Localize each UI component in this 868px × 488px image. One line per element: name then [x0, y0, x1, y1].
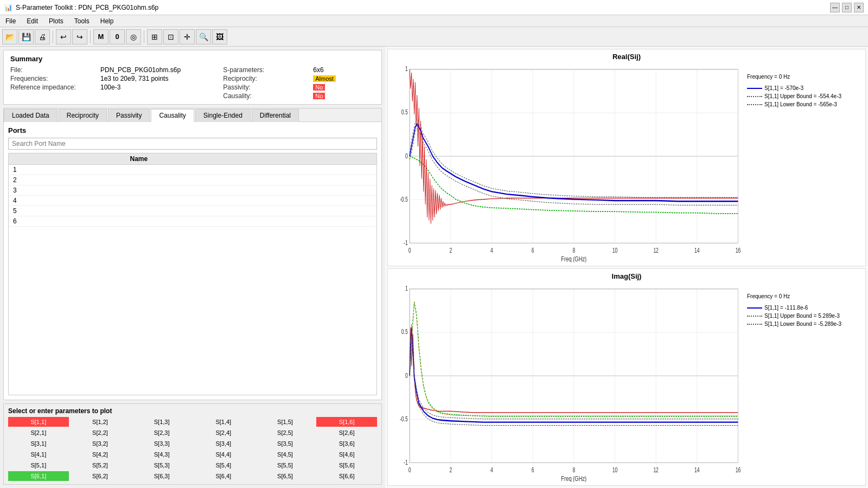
param-cell[interactable]: S[2,1] — [8, 428, 69, 438]
menu-edit[interactable]: Edit — [21, 16, 43, 26]
param-cell[interactable]: S[6,1] — [8, 471, 69, 481]
port-num: 3 — [9, 185, 126, 196]
port-num: 2 — [9, 175, 126, 185]
close-button[interactable]: ✕ — [854, 3, 864, 12]
param-cell[interactable]: S[1,5] — [255, 417, 316, 427]
param-cell[interactable]: S[1,6] — [316, 417, 377, 427]
print-button[interactable]: 🖨 — [35, 29, 50, 44]
param-cell[interactable]: S[3,5] — [255, 439, 316, 448]
param-cell[interactable]: S[2,5] — [255, 428, 316, 438]
table-row[interactable]: 2 — [9, 175, 376, 185]
param-cell[interactable]: S[1,2] — [70, 417, 131, 427]
menu-plots[interactable]: Plots — [43, 16, 69, 26]
param-cell[interactable]: S[2,4] — [193, 428, 254, 438]
svg-text:-0.5: -0.5 — [400, 196, 408, 203]
param-cell[interactable]: S[3,4] — [193, 439, 254, 448]
param-cell[interactable]: S[4,4] — [193, 450, 254, 459]
param-cell[interactable]: S[4,1] — [8, 450, 69, 459]
col-num-header — [9, 153, 126, 165]
param-cell[interactable]: S[1,3] — [131, 417, 192, 427]
toolbar: 📂 💾 🖨 ↩ ↪ M 0 ◎ ⊞ ⊡ ✛ 🔍 🖼 — [0, 27, 868, 47]
menu-file[interactable]: File — [0, 16, 21, 26]
param-cell[interactable]: S[2,6] — [316, 428, 377, 438]
param-cell[interactable]: S[2,3] — [131, 428, 192, 438]
tab-passivity[interactable]: Passivity — [108, 109, 150, 122]
tab-reciprocity[interactable]: Reciprocity — [59, 109, 107, 122]
real-legend-1: S[1,1] = -570e-3 — [747, 85, 860, 91]
imag-chart-svg-wrap: 1 0.5 0 -0.5 -1 0 2 4 6 8 10 12 14 — [391, 282, 743, 482]
maximize-button[interactable]: □ — [842, 3, 852, 12]
param-cell[interactable]: S[2,2] — [70, 428, 131, 438]
tab-causality[interactable]: Causality — [151, 109, 194, 122]
ref-value: 100e-3 — [100, 84, 220, 91]
param-cell[interactable]: S[5,1] — [8, 460, 69, 470]
menu-tools[interactable]: Tools — [69, 16, 95, 26]
param-cell[interactable]: S[6,4] — [193, 471, 254, 481]
real-chart-area: 1 0.5 0 -0.5 -1 0 2 4 6 8 10 12 14 — [391, 63, 862, 262]
tab-single-ended[interactable]: Single-Ended — [195, 109, 251, 122]
table-row[interactable]: 6 — [9, 216, 376, 227]
svg-text:2: 2 — [449, 467, 452, 474]
real-chart-title: Real(Sij) — [391, 53, 862, 61]
param-cell[interactable]: S[5,4] — [193, 460, 254, 470]
param-cell[interactable]: S[6,3] — [131, 471, 192, 481]
causality-badge: No — [313, 93, 325, 99]
tab-differential[interactable]: Differential — [252, 109, 299, 122]
param-cell[interactable]: S[4,2] — [70, 450, 131, 459]
param-cell[interactable]: S[3,1] — [8, 439, 69, 448]
file-label: File: — [10, 66, 97, 74]
file-value: PDN_PCB_PKG01ohm.s6p — [100, 66, 220, 74]
param-cell[interactable]: S[6,2] — [70, 471, 131, 481]
param-cell[interactable]: S[5,5] — [255, 460, 316, 470]
param-cell[interactable]: S[4,6] — [316, 450, 377, 459]
real-legend-line-3 — [747, 104, 762, 105]
reciprocity-label: Reciprocity: — [223, 75, 310, 82]
redo-button[interactable]: ↪ — [72, 29, 87, 44]
param-cell[interactable]: S[5,6] — [316, 460, 377, 470]
mode-m-button[interactable]: M — [93, 29, 108, 44]
port-search-input[interactable] — [8, 138, 377, 150]
save-button[interactable]: 💾 — [18, 29, 34, 44]
param-cell[interactable]: S[3,2] — [70, 439, 131, 448]
svg-text:12: 12 — [653, 247, 659, 254]
ports-label: Ports — [8, 126, 377, 134]
table-row[interactable]: 4 — [9, 196, 376, 206]
table-row[interactable]: 5 — [9, 206, 376, 216]
image-button[interactable]: 🖼 — [212, 29, 227, 44]
toolbar-sep-2 — [90, 30, 91, 43]
param-cell[interactable]: S[5,3] — [131, 460, 192, 470]
grid1-button[interactable]: ⊞ — [147, 29, 162, 44]
param-cell[interactable]: S[4,3] — [131, 450, 192, 459]
svg-text:10: 10 — [612, 467, 618, 474]
summary-title: Summary — [10, 55, 375, 63]
minimize-button[interactable]: — — [830, 3, 840, 12]
zoom-button[interactable]: 🔍 — [196, 29, 211, 44]
menu-help[interactable]: Help — [95, 16, 119, 26]
param-cell[interactable]: S[5,2] — [70, 460, 131, 470]
param-cell[interactable]: S[3,6] — [316, 439, 377, 448]
param-cell[interactable]: S[3,3] — [131, 439, 192, 448]
param-cell[interactable]: S[6,6] — [316, 471, 377, 481]
param-cell[interactable]: S[1,4] — [193, 417, 254, 427]
grid2-button[interactable]: ⊡ — [163, 29, 178, 44]
params-title: Select or enter parameters to plot — [8, 407, 377, 415]
undo-button[interactable]: ↩ — [56, 29, 71, 44]
param-cell[interactable]: S[6,5] — [255, 471, 316, 481]
imag-legend-line-3 — [747, 324, 762, 325]
summary-box: Summary File: PDN_PCB_PKG01ohm.s6p S-par… — [3, 50, 382, 105]
table-row[interactable]: 1 — [9, 165, 376, 175]
svg-text:16: 16 — [736, 247, 741, 254]
mode-0-button[interactable]: 0 — [110, 29, 125, 44]
param-cell[interactable]: S[4,5] — [255, 450, 316, 459]
table-row[interactable]: 3 — [9, 185, 376, 196]
svg-text:0.5: 0.5 — [401, 109, 408, 116]
open-button[interactable]: 📂 — [2, 29, 17, 44]
mode-circle-button[interactable]: ◎ — [126, 29, 141, 44]
real-chart-legend: Frequency = 0 Hz S[1,1] = -570e-3 S[1,1]… — [743, 63, 862, 262]
tab-loaded-data[interactable]: Loaded Data — [4, 109, 58, 122]
param-cell[interactable]: S[1,1] — [8, 417, 69, 427]
reciprocity-badge: Almost — [313, 75, 336, 82]
imag-legend-line-2 — [747, 316, 762, 317]
imag-legend-1: S[1,1] = -111.8e-6 — [747, 305, 860, 311]
crosshair-button[interactable]: ✛ — [180, 29, 195, 44]
